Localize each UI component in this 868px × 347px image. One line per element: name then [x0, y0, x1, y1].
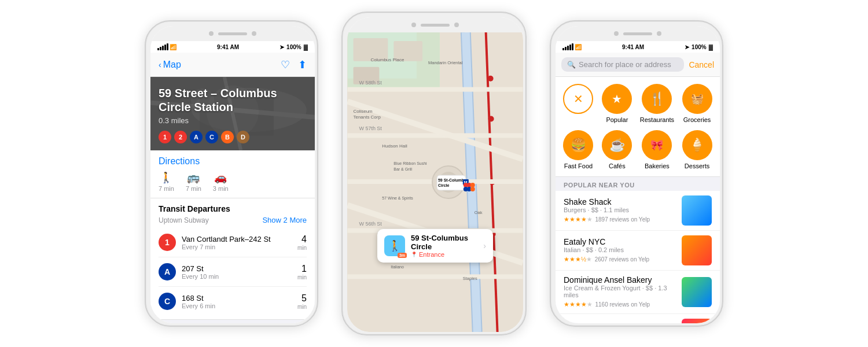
- phones-container: 📶 9:41 AM ➤ 100% ▓ ‹ Map: [0, 0, 868, 347]
- signal-bar: [572, 43, 573, 50]
- transit-info-2: 207 St Every 10 min: [182, 264, 292, 280]
- transit-mins-1: 4: [297, 234, 307, 245]
- direction-transit[interactable]: 🚌 7 min: [186, 171, 201, 192]
- svg-text:Coliseum: Coliseum: [354, 109, 373, 114]
- phone-top-bar-3: [556, 26, 720, 41]
- nav-back-button[interactable]: ‹ Map: [159, 60, 181, 70]
- svg-text:W 58th St: W 58th St: [359, 80, 382, 86]
- nearby-item-wholefoods[interactable]: Whole Foods Market: [556, 314, 720, 323]
- nearby-detail-eataly: Italian · $$ · 0.2 miles: [564, 246, 676, 253]
- transit-time: 7 min: [186, 185, 201, 192]
- category-desserts[interactable]: 🍦 Desserts: [681, 130, 713, 169]
- callout-text: 59 St-Columbus Circle 📍 Entrance: [411, 234, 477, 258]
- transit-mins-label-2: min: [297, 274, 307, 280]
- train-badge-large-C: C: [159, 293, 176, 310]
- svg-text:Bar & Grill: Bar & Grill: [393, 167, 412, 171]
- category-popular[interactable]: ★ Popular: [601, 84, 633, 123]
- station-distance: 0.3 miles: [159, 116, 307, 125]
- category-cafes[interactable]: ☕ Cafés: [601, 130, 633, 169]
- share-icon[interactable]: ⬆: [298, 58, 307, 71]
- svg-text:Columbus Place: Columbus Place: [370, 57, 404, 62]
- callout-distance: 3m: [398, 253, 407, 258]
- map-background[interactable]: W 58th St W 57th St W 56th St Columbus P…: [347, 32, 523, 332]
- transit-row-1: 1 Van Cortlandt Park–242 St Every 7 min …: [159, 228, 307, 257]
- signal-bar: [569, 45, 571, 50]
- train-badge-B: B: [221, 131, 234, 143]
- train-badge-large-A: A: [159, 263, 176, 280]
- direction-walk[interactable]: 🚶 7 min: [159, 171, 174, 192]
- directions-section: Directions 🚶 7 min 🚌 7 min 🚗 3 min: [150, 150, 315, 198]
- category-bakeries[interactable]: 🎀 Bakeries: [640, 130, 674, 169]
- map-svg: W 58th St W 57th St W 56th St Columbus P…: [347, 32, 523, 332]
- svg-point-53: [470, 183, 475, 187]
- nearby-text-shakeshack: Shake Shack Burgers · $$ · 1.1 miles ★★★…: [564, 197, 676, 224]
- category-label-desserts: Desserts: [685, 163, 709, 169]
- category-restaurants[interactable]: 🍴 Restaurants: [640, 84, 674, 123]
- nearby-rating-eataly: ★★★½★ 2607 reviews on Yelp: [564, 253, 676, 264]
- category-circle-restaurants: 🍴: [642, 84, 672, 114]
- nearby-item-dominique[interactable]: Dominique Ansel Bakery Ice Cream & Froze…: [556, 271, 720, 314]
- walk-time: 7 min: [159, 185, 174, 192]
- callout-name: 59 St-Columbus Circle: [411, 234, 477, 251]
- svg-text:Hudson Hall: Hudson Hall: [382, 143, 407, 149]
- search-cancel-button[interactable]: Cancel: [689, 60, 714, 69]
- category-circle-groceries: 🧺: [682, 84, 712, 114]
- station-header: 59 Street – Columbus Circle Station 0.3 …: [150, 77, 315, 150]
- search-input-wrap[interactable]: 🔍 Search for place or address: [561, 57, 684, 72]
- heart-icon[interactable]: ♡: [281, 58, 290, 71]
- train-badge-D: D: [237, 131, 249, 143]
- camera-dot-2: [252, 31, 256, 36]
- svg-text:Italiano: Italiano: [391, 265, 404, 269]
- nearby-item-shakeshack[interactable]: Shake Shack Burgers · $$ · 1.1 miles ★★★…: [556, 191, 720, 231]
- transit-dest-3: 168 St: [182, 294, 292, 302]
- directions-title[interactable]: Directions: [159, 156, 307, 167]
- phone2-screen[interactable]: W 58th St W 57th St W 56th St Columbus P…: [347, 32, 523, 332]
- status-right-3: ➤ 100% ▓: [685, 44, 713, 50]
- svg-text:57 Wine & Spirits: 57 Wine & Spirits: [382, 196, 413, 201]
- nav-bar-1: ‹ Map ♡ ⬆: [150, 53, 315, 77]
- wifi-icon-1: 📶: [170, 44, 176, 50]
- category-groceries[interactable]: 🧺 Groceries: [681, 84, 713, 123]
- battery-icon-1: ▓: [304, 44, 308, 50]
- phone3-screen: 📶 9:41 AM ➤ 100% ▓ 🔍 Search for place or…: [556, 41, 720, 323]
- nearby-thumb-wholefoods: [682, 319, 712, 323]
- show-more-button[interactable]: Show 2 More: [262, 216, 307, 224]
- signal-bars-3: [562, 43, 573, 50]
- svg-text:Circle: Circle: [438, 183, 449, 187]
- train-badges: 1 2 A C B D: [159, 131, 307, 143]
- category-clear[interactable]: ✕: [562, 84, 594, 123]
- search-bar-row: 🔍 Search for place or address Cancel: [556, 53, 720, 77]
- nearby-header: POPULAR NEAR YOU: [556, 177, 720, 191]
- map-callout[interactable]: 🚶 3m 59 St-Columbus Circle 📍 Entrance ›: [377, 229, 493, 263]
- svg-rect-22: [348, 274, 523, 279]
- category-circle-cafes: ☕: [602, 130, 632, 160]
- status-right-1: ➤ 100% ▓: [279, 44, 308, 50]
- category-label-bakeries: Bakeries: [645, 163, 670, 169]
- train-badge-2: 2: [174, 131, 187, 143]
- nearby-text-eataly: Eataly NYC Italian · $$ · 0.2 miles ★★★½…: [564, 237, 676, 264]
- speaker-bar-1: [218, 32, 247, 35]
- nearby-stars-eataly: ★★★: [564, 256, 581, 263]
- transit-mins-3: 5: [297, 293, 307, 304]
- train-badge-A: A: [190, 131, 203, 143]
- direction-drive[interactable]: 🚗 3 min: [213, 171, 229, 192]
- phone-top-bar-2: [347, 17, 523, 32]
- camera-dot-3: [411, 23, 416, 27]
- transit-freq-3: Every 6 min: [182, 302, 292, 309]
- category-label-groceries: Groceries: [683, 116, 711, 123]
- signal-bar: [160, 47, 161, 50]
- status-bar-3: 📶 9:41 AM ➤ 100% ▓: [556, 41, 720, 53]
- station-title: 59 Street – Columbus Circle Station: [159, 86, 307, 114]
- category-label-restaurants: Restaurants: [640, 116, 674, 123]
- svg-text:Tenants Corp: Tenants Corp: [354, 115, 381, 120]
- phone-transit: 📶 9:41 AM ➤ 100% ▓ ‹ Map: [145, 20, 318, 327]
- phone-map: W 58th St W 57th St W 56th St Columbus P…: [341, 12, 527, 335]
- transit-header: Transit Departures: [159, 204, 307, 213]
- category-fastfood[interactable]: 🍔 Fast Food: [562, 130, 594, 169]
- signal-bar: [157, 48, 159, 50]
- camera-dot-6: [657, 31, 661, 36]
- entrance-icon: 📍: [411, 252, 417, 257]
- nearby-section: POPULAR NEAR YOU Shake Shack Burgers · $…: [556, 177, 720, 323]
- nearby-item-eataly[interactable]: Eataly NYC Italian · $$ · 0.2 miles ★★★½…: [556, 231, 720, 271]
- phone1-screen: 📶 9:41 AM ➤ 100% ▓ ‹ Map: [150, 41, 315, 323]
